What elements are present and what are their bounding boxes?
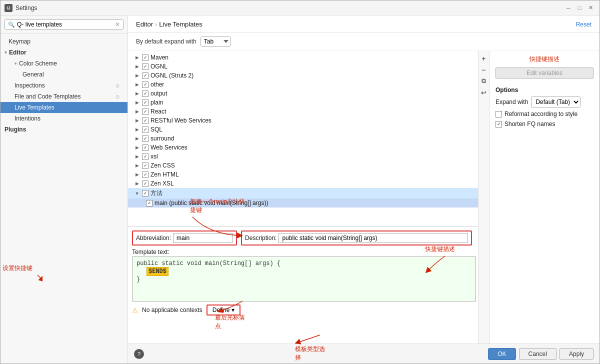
chevron-right-icon: ▶ [134,64,140,69]
item-label: surround [150,135,485,142]
help-button[interactable]: ? [134,349,144,359]
sql-checkbox[interactable] [142,126,148,133]
apply-button[interactable]: Apply [560,348,594,360]
options-title: Options [496,86,594,94]
sidebar-item-intentions[interactable]: Intentions [0,113,128,124]
add-template-button[interactable]: + [479,53,489,63]
template-text-label: Template text: [128,248,489,256]
tree-item-other[interactable]: ▶ other [128,80,489,89]
ok-button[interactable]: OK [488,348,516,360]
tree-item-restful[interactable]: ▶ RESTful Web Services [128,116,489,125]
other-checkbox[interactable] [142,82,148,88]
zen-xsl-checkbox[interactable] [142,180,148,187]
xsl-checkbox[interactable] [142,154,148,160]
ognl-struts-checkbox[interactable] [142,72,148,79]
main-layout: 🔍 ✕ Keymap ▾ Editor ▾ Color Scheme [0,16,600,364]
ognl-checkbox[interactable] [142,64,148,70]
tree-item-plain[interactable]: ▶ plain [128,98,489,107]
tree-item-maven[interactable]: ▶ Maven [128,53,489,62]
options-panel: 快捷键描述 Edit variables Options Expand with… [490,51,600,344]
chevron-right-icon: ▶ [134,145,140,150]
tree-item-xsl[interactable]: ▶ xsl [128,152,489,161]
sidebar-item-inspections[interactable]: Inspections ⊙ [0,80,128,91]
sidebar-item-color-scheme[interactable]: ▾ Color Scheme [0,58,128,69]
abbreviation-label: Abbreviation: [136,234,171,242]
desc-group: Description: [241,230,472,246]
chevron-right-icon: ▶ [134,109,140,114]
abbreviation-input[interactable] [173,233,233,243]
react-checkbox[interactable] [142,108,148,115]
main-child-checkbox[interactable] [146,200,152,206]
tree-item-ognl-struts[interactable]: ▶ OGNL (Struts 2) [128,71,489,80]
expand-with-row: Expand with Default (Tab) Tab Enter [496,96,594,108]
shorten-checkbox[interactable]: ✓ [496,121,502,128]
surround-checkbox[interactable] [142,136,148,142]
body-area: ▶ Maven ▶ OGNL ▶ [128,51,600,344]
sidebar: 🔍 ✕ Keymap ▾ Editor ▾ Color Scheme [0,16,128,364]
tree-item-main-child[interactable]: main (public static void main(String[] a… [128,198,489,208]
window-title: Settings [16,4,37,12]
tree-item-web-services[interactable]: ▶ Web Services [128,143,489,152]
tree-item-surround[interactable]: ▶ surround [128,134,489,143]
tree-item-react[interactable]: ▶ React [128,107,489,116]
app-icon: IJ [4,4,12,12]
zen-html-checkbox[interactable] [142,172,148,178]
tree-item-zen-css[interactable]: ▶ Zen CSS [128,161,489,170]
chevron-down-icon: ▼ [134,191,140,196]
sidebar-item-live-templates[interactable]: Live Templates [0,102,128,113]
remove-template-button[interactable]: − [479,64,489,74]
item-label: output [150,90,485,97]
tree-item-fangfa[interactable]: ▼ 方法 [128,188,489,198]
chevron-right-icon: ▶ [134,127,140,132]
sidebar-item-label: File and Code Templates [14,93,81,100]
search-wrap[interactable]: 🔍 ✕ [4,20,124,30]
tree-item-ognl[interactable]: ▶ OGNL [128,62,489,71]
sidebar-item-general[interactable]: General [0,69,128,80]
sidebar-item-plugins[interactable]: Plugins [0,124,128,135]
web-services-checkbox[interactable] [142,144,148,151]
titlebar-left: IJ Settings [4,4,37,12]
item-label: other [150,81,485,88]
breadcrumb: Editor › Live Templates [136,20,202,28]
output-checkbox[interactable] [142,90,148,97]
template-editor[interactable]: public static void main(String[] args) {… [132,256,476,302]
template-code-line1: public static void main(String[] args) { [136,260,472,267]
zen-css-checkbox[interactable] [142,162,148,169]
warning-icon: ⚠ [132,306,138,314]
cancel-button[interactable]: Cancel [519,348,556,360]
tree-item-output[interactable]: ▶ output [128,89,489,98]
sidebar-item-keymap[interactable]: Keymap [0,36,128,47]
content-area: Editor › Live Templates Reset By default… [128,16,600,364]
titlebar: IJ Settings ─ □ ✕ [0,0,600,16]
sidebar-item-editor[interactable]: ▾ Editor [0,47,128,58]
tree-item-sql[interactable]: ▶ SQL [128,125,489,134]
close-button[interactable]: ✕ [586,3,596,13]
search-clear-icon[interactable]: ✕ [115,21,120,28]
undo-button[interactable]: ↩ [479,88,489,98]
define-button[interactable]: Define ▾ [206,304,240,316]
search-input[interactable] [17,21,113,28]
tree-item-zen-html[interactable]: ▶ Zen HTML [128,170,489,179]
breadcrumb-parent: Editor [136,20,153,28]
maximize-button[interactable]: □ [574,3,584,13]
settings-window: IJ Settings ─ □ ✕ 🔍 ✕ Keymap [0,0,600,364]
minimize-button[interactable]: ─ [564,3,574,13]
restful-checkbox[interactable] [142,118,148,124]
fangfa-checkbox[interactable] [142,190,148,196]
tree-item-zen-xsl[interactable]: ▶ Zen XSL [128,179,489,188]
expand-select[interactable]: Tab Enter Space [200,36,231,46]
chevron-down-icon: ▾ [14,61,17,66]
copy-template-button[interactable]: ⧉ [479,76,489,86]
chevron-down-icon: ▾ [4,50,7,55]
reset-link[interactable]: Reset [576,21,592,28]
expand-with-select[interactable]: Default (Tab) Tab Enter [531,96,580,108]
chevron-right-icon: ▶ [134,163,140,168]
description-input[interactable] [278,233,468,243]
reformat-checkbox[interactable] [496,111,502,118]
context-text: No applicable contexts [142,306,202,314]
sidebar-item-file-code-templates[interactable]: File and Code Templates ⊙ [0,91,128,102]
edit-variables-button[interactable]: Edit variables [496,68,594,78]
reformat-label: Reformat according to style [504,110,578,118]
maven-checkbox[interactable] [142,54,148,61]
plain-checkbox[interactable] [142,100,148,106]
